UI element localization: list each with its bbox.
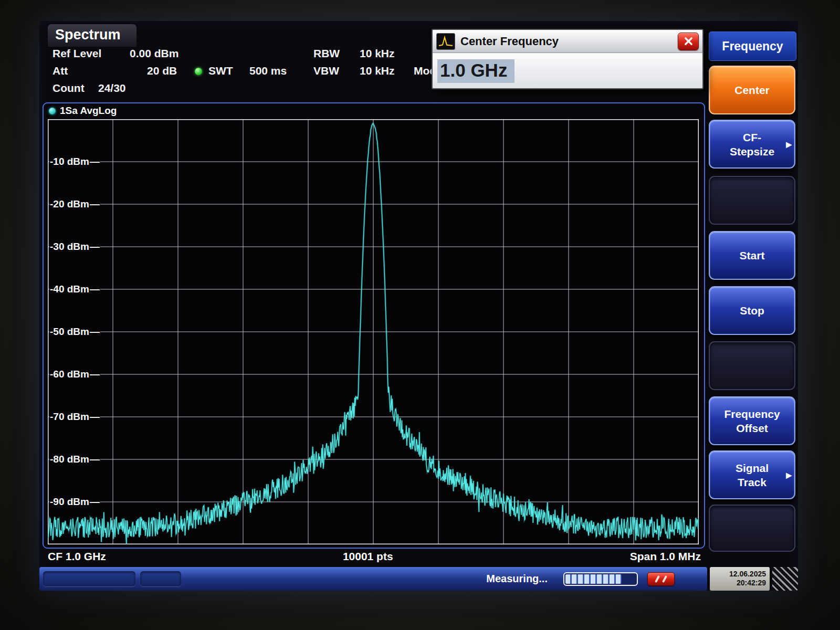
close-button[interactable]: [678, 33, 699, 50]
spectrum-trace-svg: [48, 119, 699, 544]
center-frequency-dialog: Center Frequency 1.0 GHz: [432, 29, 704, 89]
softkey-center-label: Center: [734, 83, 770, 97]
count-value: 24/30: [98, 82, 126, 94]
softkey-start-label: Start: [740, 248, 765, 262]
vbw-value: 10 kHz: [360, 65, 395, 77]
softkey-stop[interactable]: Stop: [709, 286, 795, 335]
sweep-progress-bar: [563, 572, 638, 586]
softkey-center[interactable]: Center: [709, 66, 795, 114]
status-field-2: [140, 571, 181, 586]
close-icon: [684, 36, 694, 46]
softkey-signal-track-label-2: Track: [738, 475, 766, 489]
trace1-marker-icon: [49, 108, 56, 114]
softkey-blank-2: [709, 341, 795, 390]
measuring-status: Measuring...: [486, 573, 548, 585]
ref-level-label: Ref Level: [52, 47, 101, 60]
menu-title-label: Frequency: [722, 39, 783, 54]
softkey-cf-stepsize[interactable]: CF- Stepsize ▶: [709, 120, 795, 169]
softkey-cf-stepsize-label-1: CF-: [743, 130, 761, 144]
swt-label: SWT: [208, 65, 233, 77]
center-frequency-value: 1.0 GHz: [437, 59, 514, 83]
tab-spectrum-label: Spectrum: [55, 27, 121, 43]
points-readout: 10001 pts: [343, 550, 393, 563]
softkey-signal-track[interactable]: Signal Track ▶: [709, 450, 795, 499]
spectrum-analyzer-photo: Spectrum Ref Level 0.00 dBm RBW 10 kHz A…: [0, 0, 840, 630]
status-bar: Measuring...: [39, 567, 707, 591]
softkey-blank-3: [709, 505, 795, 552]
softkey-start[interactable]: Start: [709, 231, 795, 280]
status-alert-icon: [647, 572, 675, 586]
spectrum-plot: -10 dBm-20 dBm-30 dBm-40 dBm-50 dBm-60 d…: [48, 119, 699, 544]
submenu-arrow-icon: ▶: [786, 468, 792, 482]
chart-footer: CF 1.0 GHz 10001 pts Span 1.0 MHz: [44, 550, 705, 563]
softkey-frequency-offset[interactable]: Frequency Offset: [709, 396, 795, 445]
att-value: 20 dB: [147, 65, 177, 77]
dialog-title: Center Frequency: [460, 35, 673, 48]
trace-legend: 1Sa AvgLog: [49, 105, 117, 117]
sweep-status-led-icon: [195, 68, 202, 75]
softkey-cf-stepsize-label-2: Stepsize: [730, 144, 774, 159]
analyzer-screen: Spectrum Ref Level 0.00 dBm RBW 10 kHz A…: [39, 21, 798, 591]
rbw-label: RBW: [313, 47, 340, 60]
dialog-title-bar: Center Frequency: [433, 30, 702, 53]
softkey-frequency-offset-label-1: Frequency: [724, 407, 780, 421]
swt-value: 500 ms: [249, 65, 287, 77]
ref-level-value: 0.00 dBm: [130, 47, 178, 60]
softkey-blank-1: [709, 176, 795, 225]
trace-legend-label: 1Sa AvgLog: [60, 105, 117, 117]
menu-title: Frequency: [709, 32, 796, 61]
tab-spectrum[interactable]: Spectrum: [48, 24, 136, 47]
center-frequency-input[interactable]: 1.0 GHz: [433, 53, 702, 89]
count-label: Count: [52, 82, 85, 94]
measurement-window: 1Sa AvgLog -10 dBm-20 dBm-30 dBm-40 dBm-…: [43, 102, 705, 549]
rbw-value: 10 kHz: [360, 47, 395, 60]
vbw-label: VBW: [313, 65, 339, 77]
status-field-1: [43, 571, 135, 586]
att-label: Att: [52, 65, 68, 77]
softkey-signal-track-label-1: Signal: [736, 461, 769, 475]
cf-readout: CF 1.0 GHz: [48, 550, 106, 563]
softkey-frequency-offset-label-2: Offset: [736, 421, 768, 435]
spectrum-peak-icon: [436, 33, 455, 50]
softkey-stop-label: Stop: [740, 303, 764, 318]
softkey-menu: Frequency Center CF- Stepsize ▶ Start St…: [707, 21, 798, 591]
sweep-progress-fill: [565, 574, 622, 584]
submenu-arrow-icon: ▶: [786, 137, 792, 151]
span-readout: Span 1.0 MHz: [630, 550, 701, 563]
